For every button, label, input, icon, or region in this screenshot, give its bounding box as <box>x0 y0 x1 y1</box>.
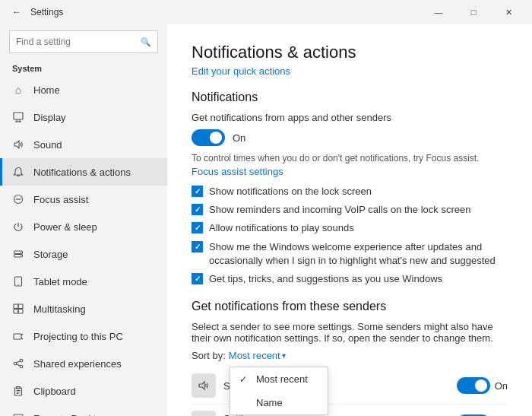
sidebar-item-shared[interactable]: Shared experiences <box>0 350 167 377</box>
sort-value: Most recent <box>229 350 280 361</box>
sidebar-item-storage[interactable]: Storage <box>0 240 167 268</box>
window-title: Settings <box>30 7 63 17</box>
sidebar-label-multitasking: Multitasking <box>33 303 86 315</box>
svg-marker-4 <box>14 141 19 148</box>
checkboxes-container: Show notifications on the lock screen Sh… <box>192 185 508 286</box>
sort-row: Sort by: Most recent ▾ ✓ Most recent Nam… <box>192 350 508 361</box>
sort-option-name-label: Name <box>256 397 283 408</box>
svg-rect-16 <box>14 334 21 339</box>
notifications-icon <box>12 166 24 178</box>
focus-icon <box>12 193 24 205</box>
svg-point-21 <box>20 365 23 368</box>
sidebar-item-clipboard[interactable]: Clipboard <box>0 377 167 405</box>
edit-quick-actions-link[interactable]: Edit your quick actions <box>192 65 290 77</box>
checkbox-sounds-label: Allow notifications to play sounds <box>209 221 354 235</box>
back-button[interactable]: ← <box>6 2 27 23</box>
display-icon <box>12 111 24 123</box>
sidebar-item-tablet[interactable]: Tablet mode <box>0 268 167 295</box>
sidebar-label-projecting: Projecting to this PC <box>33 331 123 342</box>
sender-sounds-icon <box>192 373 216 398</box>
sort-option-most-recent[interactable]: ✓ Most recent <box>230 367 328 391</box>
svg-rect-13 <box>18 304 23 309</box>
sidebar-label-remote: Remote Desktop <box>33 413 107 417</box>
sidebar-item-home[interactable]: ⌂ Home <box>0 76 167 103</box>
checkbox-voip: Show reminders and incoming VoIP calls o… <box>192 203 508 217</box>
sidebar-label-tablet: Tablet mode <box>33 276 87 287</box>
main-layout: 🔍 System ⌂ Home Display <box>0 24 532 416</box>
notifications-section-title: Notifications <box>192 91 508 104</box>
close-button[interactable]: ✕ <box>491 0 526 24</box>
focus-assist-link[interactable]: Focus assist settings <box>192 166 283 177</box>
shared-icon <box>12 357 24 370</box>
focus-assist-subtext: To control times when you do or don't ge… <box>192 152 508 179</box>
sidebar-label-shared: Shared experiences <box>33 358 122 370</box>
senders-section-title: Get notifications from these senders <box>192 300 508 313</box>
sound-icon <box>12 138 24 151</box>
sidebar-label-clipboard: Clipboard <box>33 386 76 397</box>
checkbox-voip-label: Show reminders and incoming VoIP calls o… <box>209 203 470 217</box>
checkbox-welcome-label: Show me the Windows welcome experience a… <box>209 240 508 268</box>
sidebar-item-power[interactable]: Power & sleep <box>0 213 167 240</box>
sort-chevron-icon: ▾ <box>282 351 286 360</box>
checkbox-voip-input[interactable] <box>192 204 203 215</box>
tablet-icon <box>12 275 24 287</box>
minimize-button[interactable]: — <box>421 0 456 24</box>
storage-icon <box>12 248 24 260</box>
checkbox-tips-input[interactable] <box>192 273 203 284</box>
checkbox-welcome: Show me the Windows welcome experience a… <box>192 240 508 268</box>
svg-point-11 <box>17 284 18 285</box>
sort-dropdown-menu: ✓ Most recent Name <box>230 367 328 415</box>
notifications-toggle[interactable] <box>192 129 225 146</box>
sidebar-label-sound: Sound <box>33 139 62 151</box>
titlebar: ← Settings — □ ✕ <box>0 0 532 24</box>
remote-icon <box>12 412 24 416</box>
page-title: Notifications & actions <box>192 43 508 62</box>
focus-assist-text: To control times when you do or don't ge… <box>192 153 479 164</box>
power-icon <box>12 221 24 233</box>
back-icon: ← <box>12 7 21 17</box>
checkbox-lock-screen-input[interactable] <box>192 186 203 197</box>
sort-label: Sort by: <box>192 350 226 361</box>
search-input[interactable] <box>16 37 141 47</box>
svg-point-20 <box>14 362 17 365</box>
projecting-icon <box>12 330 24 342</box>
sidebar-item-projecting[interactable]: Projecting to this PC <box>0 322 167 350</box>
checkbox-welcome-input[interactable] <box>192 241 203 252</box>
svg-rect-0 <box>14 113 23 119</box>
sender-settings-icon <box>192 411 216 416</box>
checkbox-sounds-input[interactable] <box>192 222 203 233</box>
checkbox-lock-screen-label: Show notifications on the lock screen <box>209 185 372 198</box>
sidebar-label-notifications: Notifications & actions <box>33 167 131 178</box>
sidebar-item-notifications[interactable]: Notifications & actions <box>0 158 167 186</box>
notifications-toggle-label: On <box>233 132 245 144</box>
sidebar: 🔍 System ⌂ Home Display <box>0 24 167 416</box>
sender-sounds-toggle[interactable] <box>457 377 490 394</box>
svg-marker-37 <box>199 382 204 389</box>
sidebar-item-sound[interactable]: Sound <box>0 131 167 158</box>
search-icon: 🔍 <box>141 37 151 47</box>
notifications-toggle-description: Get notifications from apps and other se… <box>192 112 508 123</box>
svg-rect-15 <box>18 310 23 314</box>
checkbox-lock-screen: Show notifications on the lock screen <box>192 185 508 198</box>
svg-point-9 <box>21 256 21 256</box>
sort-option-name[interactable]: Name <box>230 391 328 414</box>
checkmark-icon: ✓ <box>239 374 250 385</box>
sidebar-section-title: System <box>0 59 167 76</box>
search-box[interactable]: 🔍 <box>9 30 158 53</box>
sidebar-label-home: Home <box>33 84 60 96</box>
svg-point-8 <box>21 252 21 252</box>
sort-dropdown[interactable]: Most recent ▾ <box>229 350 286 361</box>
checkbox-tips-label: Get tips, tricks, and suggestions as you… <box>209 272 442 286</box>
sidebar-label-focus: Focus assist <box>33 194 88 205</box>
sidebar-item-remote[interactable]: Remote Desktop <box>0 405 167 416</box>
sidebar-item-multitasking[interactable]: Multitasking <box>0 295 167 322</box>
svg-point-19 <box>20 359 23 362</box>
maximize-button[interactable]: □ <box>456 0 491 24</box>
sender-sounds-toggle-label: On <box>495 380 508 392</box>
sidebar-label-display: Display <box>33 112 66 123</box>
sidebar-item-display[interactable]: Display <box>0 103 167 131</box>
sidebar-item-focus[interactable]: Focus assist <box>0 186 167 213</box>
window-controls: — □ ✕ <box>421 0 526 24</box>
svg-rect-14 <box>14 310 18 314</box>
notifications-toggle-row: On <box>192 129 508 146</box>
